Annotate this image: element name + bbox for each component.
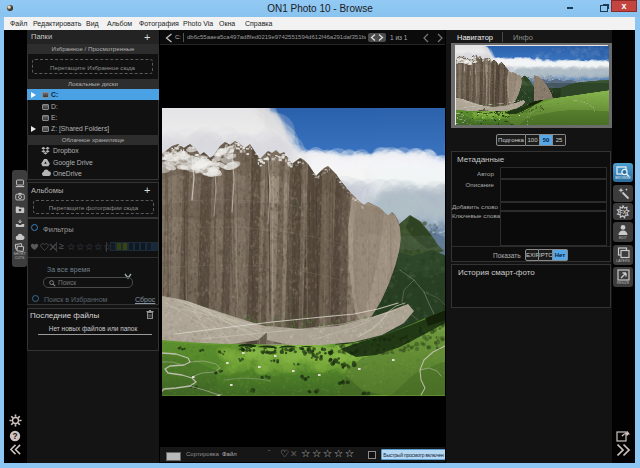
svg-text:?: ? [12,431,17,441]
svg-text:FX: FX [619,209,626,215]
